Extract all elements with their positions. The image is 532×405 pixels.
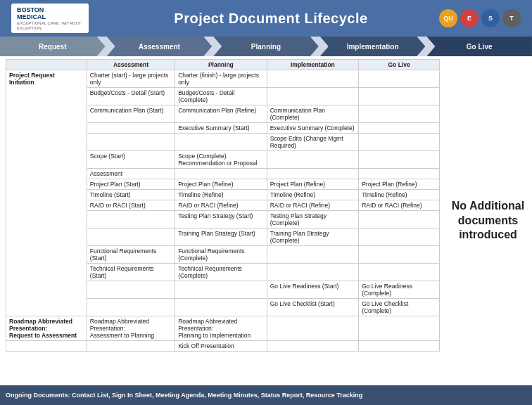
cell-golive-checklist-complete: Go Live Checklist (Complete): [359, 299, 440, 316]
cell-techrq-start: Technical Requirements (Start): [87, 264, 175, 281]
cell-empty-13: [175, 169, 267, 179]
header: BOSTON MEDICAL EXCEPTIONAL CARE. WITHOUT…: [0, 0, 532, 37]
cell-empty-10: [359, 134, 440, 151]
logo-name-line1: BOSTON: [17, 6, 83, 14]
cell-charter-start: Charter (start) - large projects only: [87, 70, 175, 88]
cell-golive-readiness-start: Go Live Readiness (Start): [267, 281, 359, 299]
cell-raci-refine3: RAID or RACI (Refine): [359, 200, 440, 211]
cell-empty-22: [267, 264, 359, 281]
cell-empty-5: [359, 105, 440, 123]
phase-golive: Go Live: [426, 37, 532, 56]
badge-qu: QU: [439, 9, 457, 27]
side-note: No Additional documents introduced: [444, 56, 532, 385]
cell-budget-complete: Budget/Costs - Detail (Complete): [175, 88, 267, 105]
cell-projplan-refine1: Project Plan (Refine): [175, 179, 267, 190]
cell-empty-19: [359, 229, 440, 246]
label-roadmap: Roadmap AbbreviatedPresentation:Request …: [6, 316, 87, 341]
cell-commplan-start: Communication Plan (Start): [87, 105, 175, 123]
logo-name-line2: MEDICAL: [17, 13, 83, 21]
phase-planning: Planning: [213, 37, 319, 56]
cell-empty-31: [87, 341, 175, 352]
phase-request: Request: [0, 37, 106, 56]
cell-execsumm-complete: Executive Summary (Complete): [267, 123, 359, 134]
side-note-text: No Additional documents introduced: [450, 199, 526, 243]
phase-assessment: Assessment: [107, 37, 213, 56]
label-project-request: Project RequestInitiation: [6, 70, 87, 316]
cell-techrq-complete: Technical Requirements (Complete): [175, 264, 267, 281]
cell-trainplan-start: Training Plan Strategy (Start): [175, 229, 267, 246]
col-header-request: [6, 60, 87, 70]
cell-empty-25: [175, 281, 267, 299]
logo: BOSTON MEDICAL EXCEPTIONAL CARE. WITHOUT…: [11, 4, 89, 33]
cell-charter-finish: Charter (finish) - large projects only: [175, 70, 267, 88]
cell-trainplan-complete: Training Plan Strategy (Complete): [267, 229, 359, 246]
cell-testplan-start: Testing Plan Strategy (Start): [175, 211, 267, 229]
cell-empty-28: [267, 316, 359, 341]
badge-t: T: [502, 9, 521, 27]
cell-assessment: Assessment: [87, 169, 175, 179]
cell-commplan-refine: Communication Plan (Refine): [175, 105, 267, 123]
cell-empty-9: [175, 134, 267, 151]
cell-golive-checklist-start: Go Live Checklist (Start): [267, 299, 359, 316]
cell-execsumm-start: Executive Summary (Start): [175, 123, 267, 134]
cell-empty-6: [87, 123, 175, 134]
cell-scope-edits: Scope Edits (Change Mgmt Required): [267, 134, 359, 151]
cell-empty-33: [359, 341, 440, 352]
cell-roadmap-planning: Roadmap Abbreviated Presentation:Plannin…: [175, 316, 267, 341]
cell-empty-12: [359, 151, 440, 169]
badge-s: S: [481, 9, 500, 27]
cell-empty-1: [267, 70, 359, 88]
cell-projplan-refine3: Project Plan (Refine): [359, 179, 440, 190]
cell-empty-18: [87, 229, 175, 246]
cell-raci-refine1: RAID or RACI (Refine): [175, 200, 267, 211]
quest-badges: QU E S T: [439, 9, 521, 27]
cell-empty-16: [87, 211, 175, 229]
cell-empty-7: [359, 123, 440, 134]
page-title: Project Document Lifecycle: [103, 11, 439, 27]
col-header-implementation: Implementation: [267, 60, 359, 70]
cell-timeline-refine1: Timeline (Refine): [175, 190, 267, 200]
cell-raci-start: RAID or RACI (Start): [87, 200, 175, 211]
phase-bar: Request Assessment Planning Implementati…: [0, 37, 532, 56]
cell-budget-start: Budget/Costs - Detail (Start): [87, 88, 175, 105]
cell-empty-14: [267, 169, 359, 179]
cell-empty-21: [359, 246, 440, 264]
cell-timeline-start: Timeline (Start): [87, 190, 175, 200]
cell-raci-refine2: RAID or RACI (Refine): [267, 200, 359, 211]
col-header-golive: Go Live: [359, 60, 440, 70]
cell-testplan-complete: Testing Plan Strategy (Complete): [267, 211, 359, 229]
cell-empty-20: [267, 246, 359, 264]
cell-funcrq-complete: Functional Requirements (Complete): [175, 246, 267, 264]
cell-empty-23: [359, 264, 440, 281]
cell-empty-26: [87, 299, 175, 316]
cell-scope-start: Scope (Start): [87, 151, 175, 169]
footer-text: Ongoing Documents: Contact List, Sign In…: [6, 392, 362, 399]
cell-commplan-complete: Communication Plan (Complete): [267, 105, 359, 123]
table-area: Assessment Planning Implementation Go Li…: [0, 56, 444, 385]
badge-e: E: [460, 9, 479, 27]
cell-empty-27: [175, 299, 267, 316]
col-header-planning: Planning: [175, 60, 267, 70]
cell-projplan-start: Project Plan (Start): [87, 179, 175, 190]
main-content: Assessment Planning Implementation Go Li…: [0, 56, 532, 385]
table-row-roadmap: Roadmap AbbreviatedPresentation:Request …: [6, 316, 440, 341]
cell-timeline-refine2: Timeline (Refine): [267, 190, 359, 200]
cell-empty-17: [359, 211, 440, 229]
cell-timeline-refine3: Timeline (Refine): [359, 190, 440, 200]
footer: Ongoing Documents: Contact List, Sign In…: [0, 385, 532, 405]
cell-funcrq-start: Functional Requirements (Start): [87, 246, 175, 264]
cell-empty-8: [87, 134, 175, 151]
table-row-kickoff: Kick Off Presentation: [6, 341, 440, 352]
cell-empty-3: [267, 88, 359, 105]
cell-empty-15: [359, 169, 440, 179]
phase-implementation: Implementation: [320, 37, 426, 56]
logo-sub: EXCEPTIONAL CARE. WITHOUT EXCEPTION.: [17, 21, 83, 30]
cell-empty-30: [6, 341, 87, 352]
col-header-assessment: Assessment: [87, 60, 175, 70]
cell-empty-32: [267, 341, 359, 352]
cell-empty-24: [87, 281, 175, 299]
cell-empty-4: [359, 88, 440, 105]
cell-empty-2: [359, 70, 440, 88]
cell-scope-complete: Scope (Complete)Recommendation or Propos…: [175, 151, 267, 169]
cell-empty-29: [359, 316, 440, 341]
